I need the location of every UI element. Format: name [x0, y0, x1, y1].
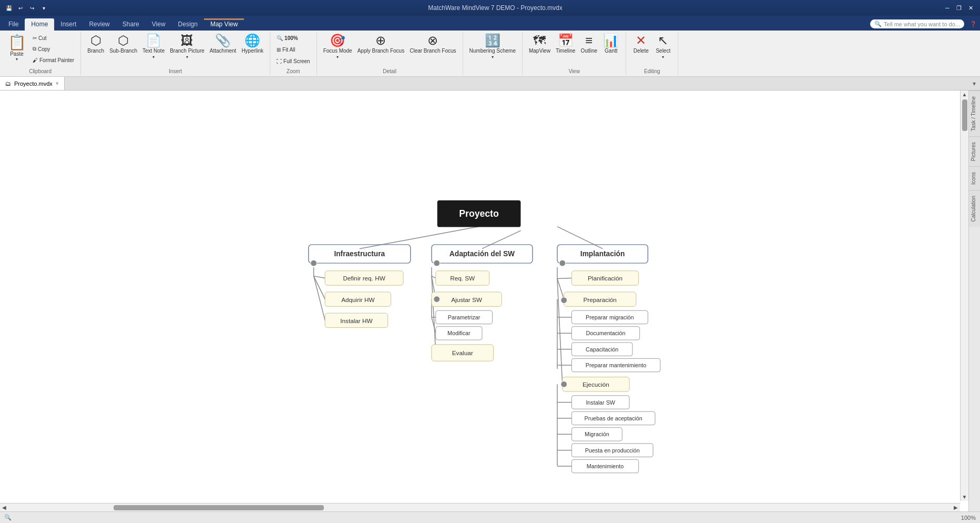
copy-button[interactable]: ⧉ Copy — [30, 44, 76, 54]
collapse-implantacion[interactable] — [559, 260, 566, 266]
fit-all-button[interactable]: ⊞ Fit All — [274, 44, 312, 55]
app-title: MatchWare MindView 7 DEMO - Proyecto.mvd… — [428, 4, 562, 12]
numbering-scheme-button[interactable]: 🔢 Numbering Scheme ▾ — [467, 33, 518, 67]
tab-view[interactable]: View — [146, 18, 172, 31]
insert-label: Insert — [81, 68, 270, 74]
zoom-percent-button[interactable]: 🔍 100% — [274, 33, 312, 43]
svg-line-17 — [557, 279, 563, 385]
h-scroll-thumb[interactable] — [114, 505, 324, 510]
tab-map-view[interactable]: Map View — [204, 18, 244, 31]
scroll-thumb-v[interactable] — [962, 99, 967, 131]
delete-button[interactable]: ✕ Delete — [630, 33, 651, 67]
root-label: Proyecto — [459, 208, 499, 219]
svg-line-0 — [360, 227, 479, 249]
format-painter-button[interactable]: 🖌 Format Painter — [30, 55, 76, 65]
search-box[interactable]: 🔍 Tell me what you want to do... — [870, 19, 964, 28]
save-icon[interactable]: 💾 — [4, 3, 14, 13]
text-note-button[interactable]: 📄 Text Note ▾ — [140, 33, 167, 67]
focus-mode-icon: 🎯 — [330, 34, 345, 47]
node-migracion-label: Migración — [585, 431, 609, 437]
horizontal-scrollbar[interactable]: ◀ ▶ — [0, 503, 960, 511]
full-screen-button[interactable]: ⛶ Full Screen — [274, 56, 312, 66]
clear-branch-focus-button[interactable]: ⊗ Clear Branch Focus — [407, 33, 458, 67]
clear-focus-icon: ⊗ — [427, 34, 438, 47]
window-controls: ─ ❐ ✕ — [942, 3, 976, 13]
redo-icon[interactable]: ↪ — [27, 3, 37, 13]
hyperlink-icon: 🌐 — [244, 34, 260, 47]
scroll-up-arrow[interactable]: ▲ — [961, 90, 968, 98]
collapse-adaptacion[interactable] — [434, 260, 440, 266]
numbering-items: 🔢 Numbering Scheme ▾ — [467, 33, 518, 74]
tab-design[interactable]: Design — [172, 18, 204, 31]
branch-infraestructura-label: Infraestructura — [334, 250, 385, 258]
paste-button[interactable]: 📋 Paste ▾ — [4, 33, 29, 67]
tab-review[interactable]: Review — [83, 18, 116, 31]
collapse-ejecucion[interactable] — [561, 381, 567, 387]
ribbon-group-view: 🗺 MapView 📅 Timeline ≡ Outline 📊 Gantt V… — [523, 32, 626, 75]
tab-home[interactable]: Home — [25, 18, 54, 31]
sub-branch-button[interactable]: ⬡ Sub-Branch — [107, 33, 139, 67]
scroll-left-arrow[interactable]: ◀ — [0, 504, 8, 511]
title-bar: 💾 ↩ ↪ ▾ MatchWare MindView 7 DEMO - Proy… — [0, 0, 980, 16]
customize-icon[interactable]: ▾ — [39, 3, 48, 13]
node-puesta-en-produccion-label: Puesta en producción — [585, 447, 640, 454]
scroll-right-arrow[interactable]: ▶ — [952, 504, 960, 511]
attachment-button[interactable]: 📎 Attachment — [208, 33, 239, 67]
branch-button[interactable]: ⬡ Branch — [85, 33, 106, 67]
doc-tab-arrow[interactable]: ▾ — [968, 80, 980, 87]
node-definir-req-hw-label: Definir req. HW — [343, 275, 385, 281]
panel-tab-pictures[interactable]: Pictures — [969, 136, 980, 166]
restore-button[interactable]: ❐ — [954, 3, 964, 13]
tab-share[interactable]: Share — [116, 18, 146, 31]
select-button[interactable]: ↖ Select ▾ — [652, 33, 673, 67]
ribbon-group-zoom: 🔍 100% ⊞ Fit All ⛶ Full Screen Zoom — [270, 32, 317, 75]
panel-tab-icons[interactable]: Icons — [969, 166, 980, 190]
timeline-button[interactable]: 📅 Timeline — [554, 33, 577, 67]
undo-icon[interactable]: ↩ — [16, 3, 25, 13]
svg-line-1 — [482, 230, 520, 248]
sub-branch-icon: ⬡ — [118, 34, 129, 47]
right-panels: Task / Timeline Pictures Icons Calculati… — [968, 90, 980, 511]
panel-tab-calculation[interactable]: Calculation — [969, 190, 980, 227]
fit-all-icon: ⊞ — [277, 47, 281, 53]
minimize-button[interactable]: ─ — [942, 3, 953, 13]
collapse-preparacion[interactable] — [561, 297, 567, 304]
node-instalar-sw-label: Instalar SW — [586, 399, 615, 406]
outline-button[interactable]: ≡ Outline — [578, 33, 599, 67]
timeline-icon: 📅 — [558, 34, 574, 47]
doc-tab-close[interactable]: × — [56, 81, 59, 86]
tab-insert[interactable]: Insert — [54, 18, 83, 31]
apply-branch-focus-button[interactable]: ⊕ Apply Branch Focus — [355, 33, 407, 67]
panel-tab-task-timeline[interactable]: Task / Timeline — [969, 90, 980, 136]
zoom-status: 100% — [961, 515, 976, 521]
collapse-infraestructura[interactable] — [311, 260, 317, 266]
close-button[interactable]: ✕ — [965, 3, 976, 13]
clipboard-col: ✂ Cut ⧉ Copy 🖌 Format Painter — [30, 33, 76, 65]
outline-icon: ≡ — [585, 34, 593, 47]
branch-icon: ⬡ — [90, 34, 101, 47]
help-icon[interactable]: ❓ — [968, 19, 978, 28]
svg-line-5 — [314, 276, 325, 299]
scroll-down-arrow[interactable]: ▼ — [961, 493, 968, 501]
mapview-button[interactable]: 🗺 MapView — [527, 33, 553, 67]
branch-picture-button[interactable]: 🖼 Branch Picture ▾ — [168, 33, 207, 67]
vertical-scrollbar[interactable]: ▲ ▼ — [960, 90, 968, 501]
tab-file[interactable]: File — [2, 18, 25, 31]
collapse-ajustar-sw[interactable] — [434, 296, 440, 303]
search-placeholder: Tell me what you want to do... — [884, 21, 960, 27]
focus-mode-button[interactable]: 🎯 Focus Mode ▾ — [321, 33, 354, 67]
svg-line-6 — [314, 276, 325, 320]
doc-tab-proyecto[interactable]: 🗂 Proyecto.mvdx × — [0, 77, 65, 90]
editing-label: Editing — [626, 68, 678, 74]
cut-button[interactable]: ✂ Cut — [30, 33, 76, 43]
apply-focus-icon: ⊕ — [375, 34, 386, 47]
cut-label: Cut — [38, 35, 47, 41]
gantt-button[interactable]: 📊 Gantt — [600, 33, 621, 67]
copy-icon: ⧉ — [33, 46, 36, 52]
hyperlink-button[interactable]: 🌐 Hyperlink — [239, 33, 266, 67]
branch-adaptacion-label: Adaptación del SW — [450, 250, 515, 258]
text-note-icon: 📄 — [146, 34, 161, 47]
node-ejecucion-label: Ejecución — [583, 381, 609, 388]
svg-line-2 — [557, 227, 603, 249]
gantt-icon: 📊 — [603, 34, 619, 47]
